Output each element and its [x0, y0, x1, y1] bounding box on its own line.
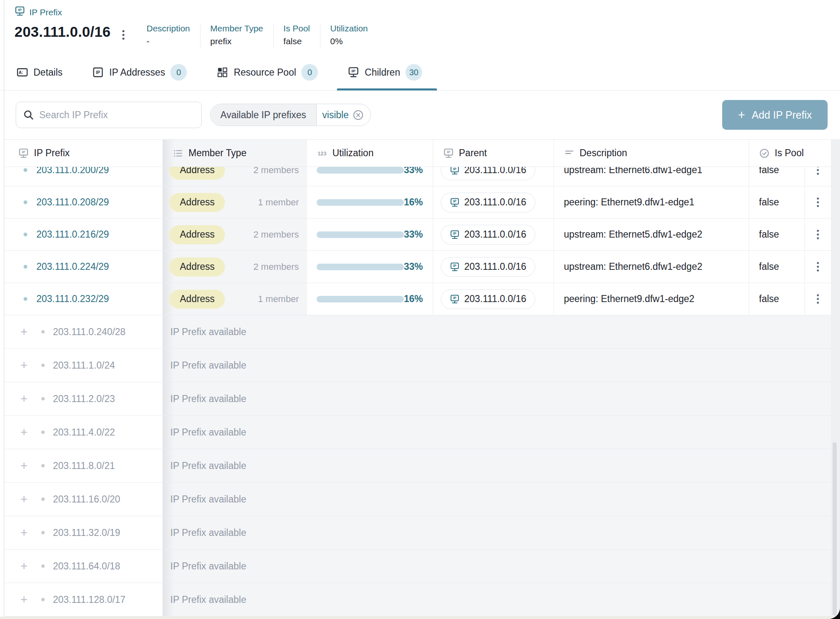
parent-prefix-label: 203.111.0.0/16 — [464, 197, 526, 208]
add-prefix-plus-button[interactable]: + — [18, 393, 30, 405]
tab-children[interactable]: Children 30 — [348, 55, 422, 90]
summary-label: Member Type — [210, 24, 263, 33]
add-prefix-plus-button[interactable]: + — [18, 526, 30, 539]
cell-is-pool: false — [749, 251, 805, 283]
status-dot-icon — [41, 364, 45, 367]
add-prefix-plus-button[interactable]: + — [18, 493, 30, 505]
table-header-row: IP Prefix Member Type Utilization Parent — [4, 139, 831, 167]
ip-prefix-link[interactable]: 203.111.0.200/29 — [36, 167, 109, 176]
add-ip-prefix-button[interactable]: + Add IP Prefix — [722, 100, 828, 130]
cell-is-pool: false — [749, 167, 805, 186]
cell-actions — [805, 219, 831, 250]
available-prefix-text: 203.111.1.0/24 — [53, 360, 115, 371]
available-status-text: IP Prefix available — [170, 393, 246, 405]
cell-member-type: Address 2 members — [163, 251, 307, 283]
description-text: upstream: Ethernet5.dfw1-edge2 — [564, 229, 702, 240]
cell-description: upstream: Ethernet6.dfw1-edge2 — [554, 251, 749, 283]
parent-prefix-pill[interactable]: 203.111.0.0/16 — [441, 289, 535, 309]
tab-resource-pool[interactable]: Resource Pool 0 — [217, 55, 318, 90]
available-prefix-row: + 203.111.32.0/19 IP Prefix available — [4, 516, 831, 549]
available-prefix-text: 203.111.0.240/28 — [53, 326, 126, 338]
row-kebab-menu-button[interactable] — [814, 227, 821, 242]
cell-ip-prefix: 203.111.0.208/29 — [4, 186, 163, 218]
column-header-is-pool[interactable]: Is Pool — [749, 140, 831, 167]
utilization-percent: 33% — [404, 229, 423, 240]
available-prefix-text: 203.111.128.0/17 — [53, 594, 126, 605]
tab-details[interactable]: Details — [17, 55, 62, 90]
parent-prefix-label: 203.111.0.0/16 — [464, 167, 526, 176]
available-prefix-row: + 203.111.64.0/18 IP Prefix available — [4, 549, 831, 583]
entity-type-label: IP Prefix — [29, 7, 62, 17]
add-prefix-plus-button[interactable]: + — [18, 560, 30, 572]
parent-prefix-pill[interactable]: 203.111.0.0/16 — [441, 257, 535, 277]
parent-prefix-pill[interactable]: 203.111.0.0/16 — [441, 167, 535, 180]
cell-ip-prefix: 203.111.0.200/29 — [4, 167, 163, 186]
utilization-bar — [317, 264, 404, 270]
cell-utilization: 33% — [307, 251, 433, 283]
search-input[interactable] — [39, 110, 195, 121]
cell-available-status: IP Prefix available — [163, 315, 831, 348]
status-dot-icon — [41, 431, 45, 434]
row-kebab-menu-button[interactable] — [814, 292, 821, 306]
cell-is-pool: false — [749, 283, 805, 315]
table-row: 203.111.0.200/29 Address 2 members 33% 2… — [4, 167, 831, 186]
cell-utilization: 33% — [307, 167, 433, 186]
column-header-utilization[interactable]: Utilization — [307, 140, 433, 167]
filter-chip: Available IP prefixes visible — [210, 104, 371, 126]
ip-monitor-icon — [450, 262, 460, 272]
member-type-badge: Address — [169, 167, 225, 180]
description-text: peering: Ethernet9.dfw1-edge1 — [564, 197, 694, 208]
row-kebab-menu-button[interactable] — [814, 195, 821, 210]
row-kebab-menu-button[interactable] — [814, 167, 821, 177]
cell-ip-prefix: + 203.111.0.240/28 — [4, 315, 163, 348]
ip-prefix-link[interactable]: 203.111.0.232/29 — [36, 293, 109, 305]
ip-prefix-link[interactable]: 203.111.0.224/29 — [36, 261, 109, 272]
available-status-text: IP Prefix available — [170, 460, 246, 471]
tab-ip-addresses[interactable]: IP Addresses 0 — [92, 55, 187, 90]
member-type-badge: Address — [169, 290, 225, 309]
tab-count-badge: 0 — [301, 64, 318, 81]
cell-description: peering: Ethernet9.dfw1-edge1 — [554, 186, 749, 218]
add-prefix-plus-button[interactable]: + — [18, 426, 30, 438]
column-header-member-type[interactable]: Member Type — [163, 140, 307, 167]
utilization-percent: 33% — [404, 261, 423, 272]
filter-chip-remove-button[interactable] — [353, 110, 364, 121]
cell-ip-prefix: + 203.111.32.0/19 — [4, 516, 163, 549]
add-prefix-plus-button[interactable]: + — [18, 326, 30, 338]
ip-monitor-icon — [443, 148, 454, 159]
summary-description: Description - — [137, 24, 200, 48]
ip-prefix-link[interactable]: 203.111.0.216/29 — [36, 229, 109, 240]
add-prefix-plus-button[interactable]: + — [18, 459, 30, 472]
ip-prefix-link[interactable]: 203.111.0.208/29 — [36, 197, 109, 208]
add-prefix-plus-button[interactable]: + — [18, 359, 30, 371]
cell-available-status: IP Prefix available — [163, 449, 831, 482]
grid-icon — [217, 67, 228, 78]
parent-prefix-pill[interactable]: 203.111.0.0/16 — [441, 193, 535, 212]
ip-monitor-icon — [14, 6, 25, 19]
utilization-percent: 16% — [404, 293, 423, 305]
cell-parent: 203.111.0.0/16 — [433, 167, 554, 186]
title-kebab-menu-button[interactable] — [121, 29, 126, 41]
cell-description: upstream: Ethernet5.dfw1-edge2 — [554, 219, 749, 250]
column-header-description[interactable]: Description — [554, 140, 749, 167]
column-header-parent[interactable]: Parent — [433, 140, 554, 167]
ip-monitor-icon — [450, 294, 460, 304]
status-dot-icon — [41, 330, 45, 333]
column-header-ip-prefix[interactable]: IP Prefix — [4, 140, 163, 167]
cell-member-type: Address 2 members — [163, 219, 307, 250]
vertical-scrollbar-thumb[interactable] — [833, 442, 837, 616]
add-prefix-plus-button[interactable]: + — [18, 593, 30, 606]
member-type-badge: Address — [169, 225, 225, 244]
column-label: Member Type — [189, 148, 246, 159]
ip-monitor-icon — [450, 198, 460, 207]
cell-member-type: Address 1 member — [163, 283, 307, 315]
available-prefix-text: 203.111.8.0/21 — [53, 460, 115, 471]
app-root: IP Prefix 203.111.0.0/16 Description - M… — [0, 0, 840, 619]
member-type-badge: Address — [169, 257, 225, 276]
is-pool-value: false — [759, 167, 779, 176]
member-count: 2 members — [253, 167, 299, 176]
parent-prefix-pill[interactable]: 203.111.0.0/16 — [441, 225, 535, 245]
available-status-text: IP Prefix available — [170, 494, 246, 505]
member-count: 1 member — [258, 294, 299, 305]
row-kebab-menu-button[interactable] — [814, 260, 821, 274]
